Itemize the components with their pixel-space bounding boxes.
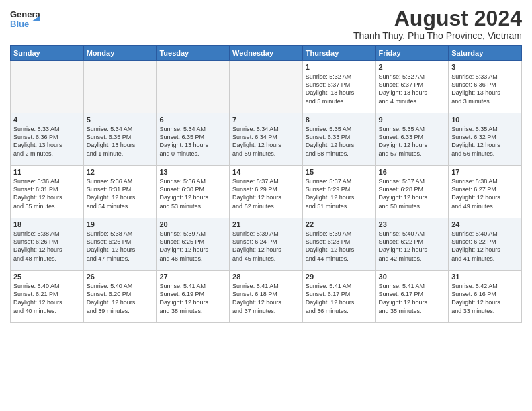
table-row: 13Sunrise: 5:36 AM Sunset: 6:30 PM Dayli… — [157, 166, 230, 218]
table-row: 20Sunrise: 5:39 AM Sunset: 6:25 PM Dayli… — [157, 218, 230, 271]
table-row — [230, 61, 303, 113]
table-row: 12Sunrise: 5:36 AM Sunset: 6:31 PM Dayli… — [83, 166, 157, 218]
table-row: 7Sunrise: 5:34 AM Sunset: 6:34 PM Daylig… — [230, 113, 303, 166]
table-row: 5Sunrise: 5:34 AM Sunset: 6:35 PM Daylig… — [83, 113, 157, 166]
table-row — [11, 61, 84, 113]
table-row: 31Sunrise: 5:42 AM Sunset: 6:16 PM Dayli… — [449, 271, 522, 323]
table-row: 2Sunrise: 5:32 AM Sunset: 6:37 PM Daylig… — [375, 61, 449, 113]
col-monday: Monday — [83, 46, 157, 61]
location: Thanh Thuy, Phu Tho Province, Vietnam — [353, 30, 522, 41]
col-wednesday: Wednesday — [230, 46, 303, 61]
header: General Blue August 2024 Thanh Thuy, Phu… — [10, 7, 522, 41]
table-row — [157, 61, 230, 113]
svg-text:Blue: Blue — [10, 19, 29, 29]
table-row: 9Sunrise: 5:35 AM Sunset: 6:33 PM Daylig… — [375, 113, 449, 166]
table-row: 17Sunrise: 5:38 AM Sunset: 6:27 PM Dayli… — [449, 166, 522, 218]
logo: General Blue — [10, 7, 40, 31]
table-row: 15Sunrise: 5:37 AM Sunset: 6:29 PM Dayli… — [302, 166, 375, 218]
svg-text:General: General — [10, 9, 40, 19]
table-row: 25Sunrise: 5:40 AM Sunset: 6:21 PM Dayli… — [11, 271, 84, 323]
col-sunday: Sunday — [11, 46, 84, 61]
table-row: 11Sunrise: 5:36 AM Sunset: 6:31 PM Dayli… — [11, 166, 84, 218]
table-row: 21Sunrise: 5:39 AM Sunset: 6:24 PM Dayli… — [230, 218, 303, 271]
page: General Blue August 2024 Thanh Thuy, Phu… — [0, 0, 532, 411]
table-row: 24Sunrise: 5:40 AM Sunset: 6:22 PM Dayli… — [449, 218, 522, 271]
col-thursday: Thursday — [302, 46, 375, 61]
table-row: 8Sunrise: 5:35 AM Sunset: 6:33 PM Daylig… — [302, 113, 375, 166]
col-saturday: Saturday — [449, 46, 522, 61]
table-row: 30Sunrise: 5:41 AM Sunset: 6:17 PM Dayli… — [375, 271, 449, 323]
header-row: Sunday Monday Tuesday Wednesday Thursday… — [11, 46, 522, 61]
logo-icon: General Blue — [10, 7, 40, 31]
table-row: 18Sunrise: 5:38 AM Sunset: 6:26 PM Dayli… — [11, 218, 84, 271]
table-row: 1Sunrise: 5:32 AM Sunset: 6:37 PM Daylig… — [302, 61, 375, 113]
table-row — [83, 61, 157, 113]
table-row: 19Sunrise: 5:38 AM Sunset: 6:26 PM Dayli… — [83, 218, 157, 271]
table-row: 4Sunrise: 5:33 AM Sunset: 6:36 PM Daylig… — [11, 113, 84, 166]
title-area: August 2024 Thanh Thuy, Phu Tho Province… — [353, 7, 522, 41]
table-row: 14Sunrise: 5:37 AM Sunset: 6:29 PM Dayli… — [230, 166, 303, 218]
table-row: 6Sunrise: 5:34 AM Sunset: 6:35 PM Daylig… — [157, 113, 230, 166]
calendar-table: Sunday Monday Tuesday Wednesday Thursday… — [10, 45, 522, 323]
table-row: 28Sunrise: 5:41 AM Sunset: 6:18 PM Dayli… — [230, 271, 303, 323]
month-title: August 2024 — [353, 7, 522, 30]
table-row: 10Sunrise: 5:35 AM Sunset: 6:32 PM Dayli… — [449, 113, 522, 166]
table-row: 16Sunrise: 5:37 AM Sunset: 6:28 PM Dayli… — [375, 166, 449, 218]
col-tuesday: Tuesday — [157, 46, 230, 61]
table-row: 22Sunrise: 5:39 AM Sunset: 6:23 PM Dayli… — [302, 218, 375, 271]
table-row: 23Sunrise: 5:40 AM Sunset: 6:22 PM Dayli… — [375, 218, 449, 271]
table-row: 26Sunrise: 5:40 AM Sunset: 6:20 PM Dayli… — [83, 271, 157, 323]
table-row: 29Sunrise: 5:41 AM Sunset: 6:17 PM Dayli… — [302, 271, 375, 323]
col-friday: Friday — [375, 46, 449, 61]
table-row: 27Sunrise: 5:41 AM Sunset: 6:19 PM Dayli… — [157, 271, 230, 323]
table-row: 3Sunrise: 5:33 AM Sunset: 6:36 PM Daylig… — [449, 61, 522, 113]
